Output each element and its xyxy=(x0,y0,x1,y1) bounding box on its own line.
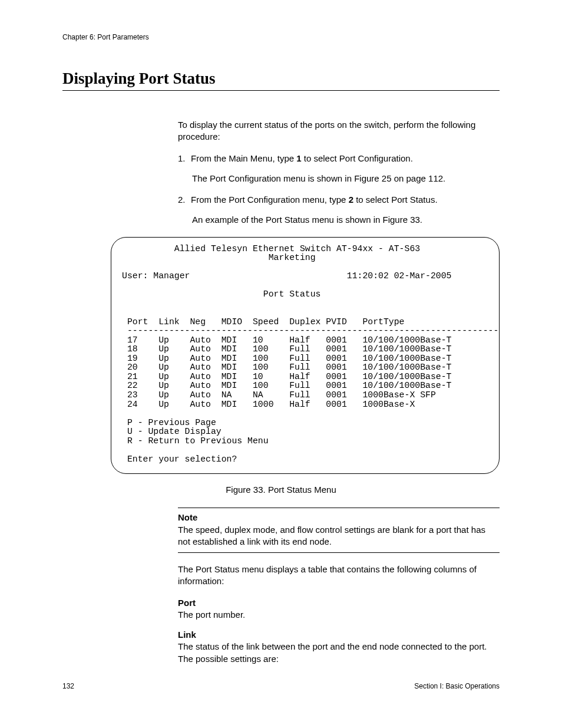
footer-section-label: Section I: Basic Operations xyxy=(414,682,500,690)
page: Chapter 6: Port Parameters Displaying Po… xyxy=(0,0,562,728)
term-row: 24 Up Auto MDI 1000 Half 0001 1000Base-X xyxy=(122,400,415,409)
def-port-body: The port number. xyxy=(178,609,500,621)
term-user: User: Manager xyxy=(122,271,190,281)
term-row: 20 Up Auto MDI 100 Full 0001 10/100/1000… xyxy=(122,363,451,372)
after-note-paragraph: The Port Status menu displays a table th… xyxy=(178,564,500,588)
term-row: 22 Up Auto MDI 100 Full 0001 10/100/1000… xyxy=(122,381,451,390)
step-1-bold: 1 xyxy=(296,153,301,163)
term-datetime: 11:20:02 02-Mar-2005 xyxy=(347,271,452,281)
term-line1: Allied Telesyn Ethernet Switch AT-94xx -… xyxy=(122,244,420,253)
definitions: Port The port number. Link The status of… xyxy=(178,597,500,665)
term-header-row: Port Link Neg MDIO Speed Duplex PVID Por… xyxy=(122,317,405,327)
term-row: 19 Up Auto MDI 100 Full 0001 10/100/1000… xyxy=(122,354,451,363)
step-1-sub: The Port Configuration menu is shown in … xyxy=(192,173,500,185)
term-menu-u: U - Update Display xyxy=(122,427,222,436)
step-2-post: to select Port Status. xyxy=(353,195,438,205)
step-2-bold: 2 xyxy=(349,195,353,205)
footer-page-number: 132 xyxy=(62,682,74,690)
terminal-figure: Allied Telesyn Ethernet Switch AT-94xx -… xyxy=(111,237,500,475)
def-link-body: The status of the link between the port … xyxy=(178,641,500,665)
term-divider: ----------------------------------------… xyxy=(122,326,498,335)
term-menu-p: P - Previous Page xyxy=(122,418,216,427)
term-row: 23 Up Auto NA NA Full 0001 1000Base-X SF… xyxy=(122,390,436,400)
step-1-post: to select Port Configuration. xyxy=(302,153,413,163)
term-prompt: Enter your selection? xyxy=(122,454,237,464)
section-title: Displaying Port Status xyxy=(62,70,500,91)
step-1-pre: From the Main Menu, type xyxy=(191,153,296,163)
def-link-term: Link xyxy=(178,629,500,641)
note-block: Note The speed, duplex mode, and flow co… xyxy=(178,508,500,553)
step-number: 1. xyxy=(178,153,191,164)
intro-paragraph: To display the current status of the por… xyxy=(178,119,500,143)
step-1: 1.From the Main Menu, type 1 to select P… xyxy=(178,153,500,164)
term-line2: Marketing xyxy=(122,253,316,262)
step-2: 2.From the Port Configuration menu, type… xyxy=(178,194,500,206)
step-2-pre: From the Port Configuration menu, type xyxy=(191,195,349,205)
note-body: The speed, duplex mode, and flow control… xyxy=(178,524,500,548)
figure-caption: Figure 33. Port Status Menu xyxy=(62,485,500,495)
step-number: 2. xyxy=(178,194,191,206)
term-row: 18 Up Auto MDI 100 Full 0001 10/100/1000… xyxy=(122,344,451,354)
term-row: 17 Up Auto MDI 10 Half 0001 10/100/1000B… xyxy=(122,335,451,345)
term-row: 21 Up Auto MDI 10 Half 0001 10/100/1000B… xyxy=(122,372,451,381)
term-status-title: Port Status xyxy=(122,289,320,299)
term-menu-r: R - Return to Previous Menu xyxy=(122,436,269,446)
chapter-header: Chapter 6: Port Parameters xyxy=(62,33,500,41)
page-footer: 132 Section I: Basic Operations xyxy=(62,682,500,690)
note-title: Note xyxy=(178,512,500,523)
step-2-sub: An example of the Port Status menu is sh… xyxy=(192,214,500,226)
terminal-screen: Allied Telesyn Ethernet Switch AT-94xx -… xyxy=(111,237,500,475)
after-note-text: The Port Status menu displays a table th… xyxy=(178,564,500,588)
def-port-term: Port xyxy=(178,597,500,609)
body-column: To display the current status of the por… xyxy=(178,119,500,226)
